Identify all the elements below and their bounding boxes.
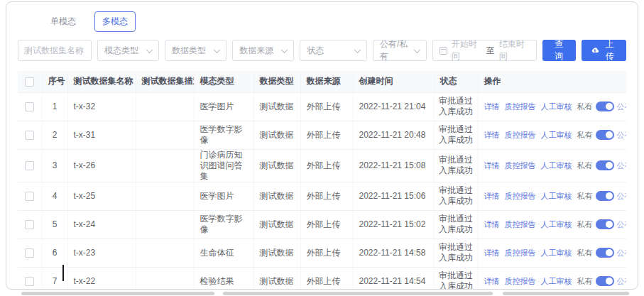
scrollbar-segment[interactable] bbox=[21, 292, 214, 295]
row-dataset-name: t-x-31 bbox=[67, 121, 136, 149]
modality-type-select-label: 模态类型 bbox=[104, 45, 138, 57]
scrollbar-segment[interactable] bbox=[223, 292, 493, 295]
table-row: 7 t-x-22 检验结果 测试数据 外部上传 2022-11-21 14:54… bbox=[18, 267, 626, 290]
tab-single-modality[interactable]: 单模态 bbox=[43, 12, 83, 31]
data-type-select[interactable]: 数据类型 bbox=[165, 40, 227, 61]
column-header-modality-type: 模态类型 bbox=[194, 71, 253, 92]
manual-review-link[interactable]: 人工审核 bbox=[541, 248, 572, 258]
scrollbar-segment[interactable] bbox=[503, 292, 629, 295]
qc-report-link[interactable]: 质控报告 bbox=[505, 160, 536, 171]
visibility-toggle[interactable] bbox=[596, 191, 614, 201]
data-source-select[interactable]: 数据来源 bbox=[232, 40, 294, 61]
row-data-source: 外部上传 bbox=[300, 239, 353, 267]
horizontal-scrollbar[interactable] bbox=[0, 292, 644, 296]
row-checkbox[interactable] bbox=[25, 248, 34, 258]
filter-bar: 模态类型 数据类型 数据来源 状态 公有/私有 开始时间 至 结束时间 查询 bbox=[18, 40, 626, 61]
row-index: 3 bbox=[42, 149, 67, 182]
qc-report-link[interactable]: 质控报告 bbox=[505, 130, 536, 141]
table-row: 3 t-x-26 门诊病历知识图谱问答集 测试数据 外部上传 2022-11-2… bbox=[18, 149, 626, 182]
detail-link[interactable]: 详情 bbox=[484, 102, 500, 112]
column-header-dataset-desc: 测试数据集描述 bbox=[136, 71, 194, 92]
manual-review-link[interactable]: 人工审核 bbox=[541, 102, 572, 112]
table-row: 5 t-x-24 医学数字影像 测试数据 外部上传 2022-11-21 15:… bbox=[18, 210, 626, 239]
dataset-name-input[interactable] bbox=[18, 40, 92, 61]
data-source-select-label: 数据来源 bbox=[239, 45, 273, 57]
visibility-select[interactable]: 公有/私有 bbox=[373, 40, 427, 61]
date-range-picker[interactable]: 开始时间 至 结束时间 bbox=[432, 40, 537, 61]
qc-report-link[interactable]: 质控报告 bbox=[505, 248, 536, 258]
row-actions: 详情 质控报告 人工审核 私有 公有 bbox=[484, 248, 621, 258]
row-data-type: 测试数据 bbox=[253, 210, 300, 239]
row-dataset-name: t-x-25 bbox=[67, 182, 136, 210]
manual-review-link[interactable]: 人工审核 bbox=[541, 160, 572, 171]
row-actions: 详情 质控报告 人工审核 私有 公有 bbox=[484, 160, 621, 171]
private-label: 私有 bbox=[577, 191, 593, 202]
row-created-time: 2022-11-21 14:54 bbox=[353, 267, 434, 290]
table-header-row: 序号 测试数据集名称 测试数据集描述 模态类型 数据类型 数据来源 创建时间 状… bbox=[18, 71, 626, 92]
row-checkbox[interactable] bbox=[25, 161, 34, 170]
private-label: 私有 bbox=[577, 130, 593, 141]
public-label: 公有 bbox=[617, 276, 627, 287]
tab-multi-modality[interactable]: 多模态 bbox=[94, 11, 136, 32]
visibility-toggle[interactable] bbox=[596, 276, 614, 286]
qc-report-link[interactable]: 质控报告 bbox=[505, 102, 536, 112]
row-status: 审批通过 入库成功 bbox=[434, 267, 478, 290]
status-select[interactable]: 状态 bbox=[300, 40, 367, 61]
row-checkbox[interactable] bbox=[25, 102, 34, 111]
search-button[interactable]: 查询 bbox=[542, 40, 576, 61]
detail-link[interactable]: 详情 bbox=[484, 276, 500, 287]
qc-report-link[interactable]: 质控报告 bbox=[505, 219, 536, 230]
row-status: 审批通过 入库成功 bbox=[434, 92, 478, 121]
row-dataset-name: t-x-24 bbox=[67, 210, 136, 239]
visibility-toggle[interactable] bbox=[596, 160, 614, 170]
manual-review-link[interactable]: 人工审核 bbox=[541, 191, 572, 202]
row-status: 审批通过 入库成功 bbox=[434, 149, 478, 182]
column-header-data-source: 数据来源 bbox=[300, 71, 353, 92]
row-dataset-desc bbox=[136, 239, 194, 267]
row-checkbox[interactable] bbox=[25, 131, 34, 140]
row-actions: 详情 质控报告 人工审核 私有 公有 bbox=[484, 276, 621, 287]
detail-link[interactable]: 详情 bbox=[484, 248, 500, 258]
upload-cloud-icon bbox=[591, 46, 599, 55]
column-header-index: 序号 bbox=[42, 71, 67, 92]
row-created-time: 2022-11-21 15:02 bbox=[353, 210, 434, 239]
text-cursor-artifact bbox=[62, 265, 64, 281]
visibility-toggle[interactable] bbox=[596, 219, 614, 229]
row-dataset-desc bbox=[136, 121, 194, 149]
detail-link[interactable]: 详情 bbox=[484, 191, 500, 202]
detail-link[interactable]: 详情 bbox=[484, 219, 500, 230]
private-label: 私有 bbox=[577, 160, 593, 171]
visibility-toggle[interactable] bbox=[596, 102, 614, 111]
table-row: 2 t-x-31 医学数字影像 测试数据 外部上传 2022-11-21 20:… bbox=[18, 121, 626, 149]
qc-report-link[interactable]: 质控报告 bbox=[505, 276, 536, 287]
detail-link[interactable]: 详情 bbox=[484, 130, 500, 141]
public-label: 公有 bbox=[617, 248, 627, 258]
start-time-placeholder: 开始时间 bbox=[452, 38, 482, 62]
qc-report-link[interactable]: 质控报告 bbox=[505, 191, 536, 202]
visibility-toggle[interactable] bbox=[596, 130, 614, 140]
manual-review-link[interactable]: 人工审核 bbox=[541, 130, 572, 141]
select-all-checkbox[interactable] bbox=[25, 77, 34, 87]
public-label: 公有 bbox=[617, 130, 627, 141]
row-data-type: 测试数据 bbox=[253, 267, 300, 290]
manual-review-link[interactable]: 人工审核 bbox=[541, 219, 572, 230]
row-checkbox[interactable] bbox=[25, 277, 34, 286]
chevron-down-icon bbox=[214, 46, 221, 53]
upload-button[interactable]: 上传 bbox=[582, 40, 626, 61]
public-label: 公有 bbox=[617, 191, 627, 202]
manual-review-link[interactable]: 人工审核 bbox=[541, 276, 572, 287]
row-modality-type: 医学数字影像 bbox=[194, 121, 253, 149]
row-actions: 详情 质控报告 人工审核 私有 公有 bbox=[484, 219, 621, 230]
detail-link[interactable]: 详情 bbox=[484, 160, 500, 171]
row-data-source: 外部上传 bbox=[300, 121, 353, 149]
dataset-table: 序号 测试数据集名称 测试数据集描述 模态类型 数据类型 数据来源 创建时间 状… bbox=[18, 71, 626, 290]
row-checkbox[interactable] bbox=[25, 192, 34, 201]
row-checkbox[interactable] bbox=[25, 220, 34, 229]
modality-type-select[interactable]: 模态类型 bbox=[97, 40, 159, 61]
row-dataset-desc bbox=[136, 210, 194, 239]
row-data-type: 测试数据 bbox=[253, 149, 300, 182]
row-status: 审批通过 入库成功 bbox=[434, 182, 478, 210]
row-dataset-desc bbox=[136, 92, 194, 121]
row-dataset-name: t-x-23 bbox=[67, 239, 136, 267]
visibility-toggle[interactable] bbox=[596, 248, 614, 258]
